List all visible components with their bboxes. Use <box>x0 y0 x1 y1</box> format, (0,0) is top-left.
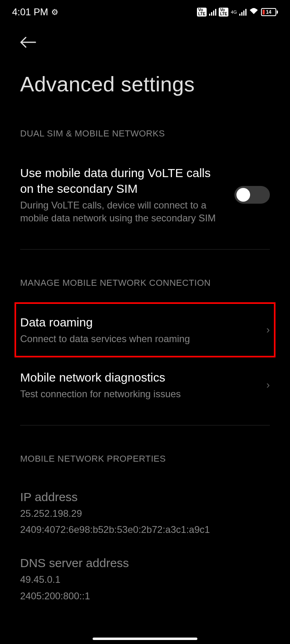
status-left: 4:01 PM ⚙ <box>12 6 58 18</box>
network-type-label: 4G <box>231 10 237 14</box>
property-title: IP address <box>20 490 270 504</box>
property-value-dns2: 2405:200:800::1 <box>20 590 270 603</box>
battery-icon: 14 <box>261 8 278 16</box>
setting-title: Use mobile data during VoLTE calls on th… <box>20 165 226 196</box>
signal-bars-icon <box>209 8 216 16</box>
setting-subtitle: Connect to data services when roaming <box>20 332 258 345</box>
setting-network-diagnostics[interactable]: Mobile network diagnostics Test connecti… <box>20 357 270 413</box>
chevron-right-icon: › <box>266 379 270 391</box>
page-title: Advanced settings <box>20 72 270 96</box>
clock-time: 4:01 PM <box>12 6 48 18</box>
setting-subtitle: During VoLTE calls, device will connect … <box>20 199 226 225</box>
volte-badge-icon: VoLTE <box>219 8 228 17</box>
chevron-right-icon: › <box>266 324 270 336</box>
section-header-network-properties: MOBILE NETWORK PROPERTIES <box>20 454 270 464</box>
page-header: Advanced settings <box>0 24 290 100</box>
content-area: DUAL SIM & MOBILE NETWORKS Use mobile da… <box>0 128 290 611</box>
section-header-dual-sim: DUAL SIM & MOBILE NETWORKS <box>20 128 270 139</box>
setting-subtitle: Test connection for networking issues <box>20 388 258 400</box>
property-value-ipv6: 2409:4072:6e98:b52b:53e0:2b72:a3c1:a9c1 <box>20 523 270 536</box>
property-value-dns1: 49.45.0.1 <box>20 573 270 586</box>
status-bar: 4:01 PM ⚙ VoLTE VoLTE 4G 14 <box>0 0 290 24</box>
toggle-volte-secondary-sim[interactable] <box>234 186 270 204</box>
volte-badge-icon: VoLTE <box>197 8 207 17</box>
section-header-manage-connection: MANAGE MOBILE NETWORK CONNECTION <box>20 278 270 288</box>
setting-title: Mobile network diagnostics <box>20 369 258 385</box>
setting-data-roaming[interactable]: Data roaming Connect to data services wh… <box>20 304 270 356</box>
property-title: DNS server address <box>20 556 270 570</box>
property-value-ipv4: 25.252.198.29 <box>20 507 270 520</box>
status-right: VoLTE VoLTE 4G 14 <box>197 7 278 17</box>
divider <box>20 249 270 250</box>
back-arrow-icon[interactable] <box>20 36 36 50</box>
wifi-icon <box>249 7 259 17</box>
setting-volte-secondary-sim[interactable]: Use mobile data during VoLTE calls on th… <box>20 153 270 237</box>
highlight-annotation: Data roaming Connect to data services wh… <box>14 302 276 357</box>
divider <box>20 425 270 425</box>
property-ip-address: IP address 25.252.198.29 2409:4072:6e98:… <box>20 478 270 545</box>
gear-icon: ⚙ <box>51 7 58 17</box>
setting-title: Data roaming <box>20 314 258 330</box>
signal-bars-icon <box>239 8 246 16</box>
property-dns-address: DNS server address 49.45.0.1 2405:200:80… <box>20 544 270 611</box>
home-indicator[interactable] <box>93 638 197 640</box>
battery-percentage: 14 <box>266 9 271 15</box>
